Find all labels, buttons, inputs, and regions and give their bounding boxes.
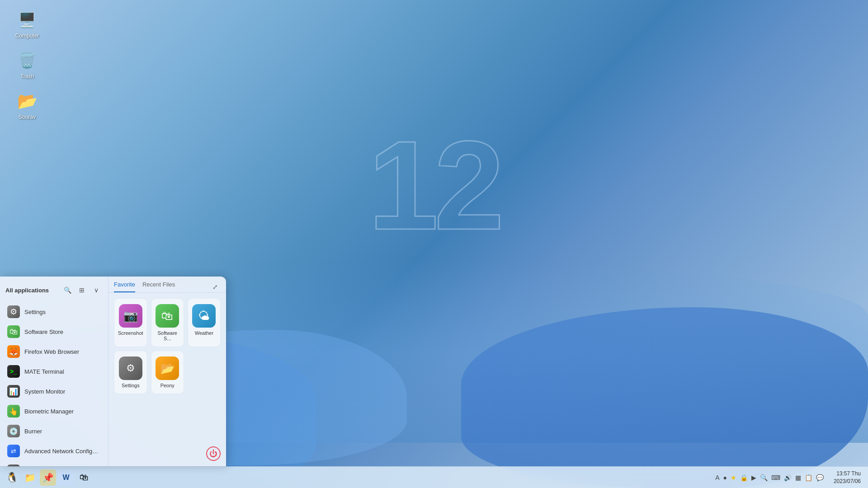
favorites-tab-group: Favorite Recent Files — [114, 281, 175, 292]
taskbar-writer-button[interactable]: W — [58, 469, 74, 486]
taskbar-left: 🐧 📁 📌 W 🛍 — [4, 469, 92, 486]
terminal-icon: >_ — [7, 365, 20, 378]
taskbar-star-icon[interactable]: ★ — [731, 474, 736, 481]
network-icon: ⇄ — [7, 445, 20, 457]
app-item-settings[interactable]: ⚙ Settings — [2, 302, 106, 322]
app-item-software-store[interactable]: 🛍 Software Store — [2, 322, 106, 342]
taskbar-files-button[interactable]: 📁 — [22, 469, 38, 486]
taskbar-lock-icon[interactable]: 🔒 — [740, 474, 748, 481]
app-item-terminal[interactable]: >_ MATE Terminal — [2, 361, 106, 381]
burner-icon: 💿 — [7, 425, 20, 437]
grid-button[interactable]: ⊞ — [75, 284, 88, 296]
taskbar-search-icon[interactable]: 🔍 — [760, 474, 768, 481]
taskbar-keyboard-icon[interactable]: ⌨ — [771, 474, 780, 481]
app-item-network[interactable]: ⇄ Advanced Network Configura... — [2, 441, 106, 461]
weather-fav-icon: 🌤 — [192, 304, 216, 328]
trash-icon: 🗑️ — [16, 50, 38, 71]
software-store-fav-icon: 🛍 — [156, 304, 179, 328]
taskbar-sticky-button[interactable]: 📌 — [40, 469, 56, 486]
app-list-header: All applications 🔍 ⊞ ∨ — [0, 280, 108, 300]
expand-button[interactable]: ⤢ — [210, 282, 221, 292]
taskbar-input-icon[interactable]: ● — [723, 474, 726, 481]
app-item-biometric[interactable]: 👆 Biometric Manager — [2, 401, 106, 421]
clock[interactable]: 13:57 Thu 2023/07/06 — [830, 470, 864, 485]
taskbar-grid-icon[interactable]: ▦ — [795, 474, 801, 481]
clock-time: 13:57 Thu — [834, 470, 861, 478]
fav-item-settings[interactable]: ⚙ Settings — [114, 351, 147, 394]
computer-icon: 🖥️ — [16, 9, 38, 31]
app-menu: All applications 🔍 ⊞ ∨ ⚙ Settings 🛍 Soft… — [0, 277, 226, 466]
alarm-icon: ⏰ — [7, 465, 20, 466]
app-item-system-monitor[interactable]: 📊 System Monitor — [2, 381, 106, 401]
computer-label: Computer — [15, 33, 39, 39]
favorites-grid: 📷 Screenshot 🛍 Software S... 🌤 Weather ⚙… — [108, 293, 226, 466]
dropdown-button[interactable]: ∨ — [90, 284, 103, 296]
taskbar: 🐧 📁 📌 W 🛍 A ● ★ 🔒 ▶ 🔍 ⌨ 🔊 ▦ 📋 💬 13:57 T — [0, 466, 868, 488]
app-item-burner[interactable]: 💿 Burner — [2, 421, 106, 441]
biometric-icon: 👆 — [7, 405, 20, 418]
folder-icon: 📂 — [16, 90, 38, 112]
app-item-alarm[interactable]: ⏰ Alarm — [2, 461, 106, 466]
settings-label: Settings — [24, 309, 46, 315]
favorites-panel: Favorite Recent Files ⤢ 📷 Screenshot 🛍 S… — [108, 277, 226, 466]
taskbar-sys-icons: A ● ★ 🔒 ▶ 🔍 ⌨ 🔊 ▦ 📋 💬 — [712, 474, 827, 481]
software-store-fav-label: Software S... — [155, 330, 180, 341]
taskbar-clipboard-icon[interactable]: 📋 — [805, 474, 812, 481]
taskbar-menu-button[interactable]: 🐧 — [4, 469, 20, 486]
power-button[interactable]: ⏻ — [206, 446, 221, 461]
fav-item-weather[interactable]: 🌤 Weather — [188, 298, 221, 347]
peony-fav-icon: 📂 — [156, 357, 179, 380]
system-monitor-label: System Monitor — [24, 388, 65, 395]
tab-recent-files[interactable]: Recent Files — [142, 281, 175, 292]
clock-date: 2023/07/06 — [834, 478, 861, 485]
system-monitor-icon: 📊 — [7, 385, 20, 398]
app-list-panel: All applications 🔍 ⊞ ∨ ⚙ Settings 🛍 Soft… — [0, 277, 108, 466]
desktop-icons: 🖥️ Computer 🗑️ Trash 📂 Sourav — [9, 9, 45, 120]
app-list-controls: 🔍 ⊞ ∨ — [61, 284, 103, 296]
taskbar-store-button[interactable]: 🛍 — [76, 469, 92, 486]
app-item-firefox[interactable]: 🦊 Firefox Web Browser — [2, 342, 106, 361]
biometric-label: Biometric Manager — [24, 408, 74, 415]
sourav-label: Sourav — [19, 114, 36, 120]
terminal-label: MATE Terminal — [24, 368, 64, 375]
desktop: 12 🖥️ Computer 🗑️ Trash 📂 Sourav All app… — [0, 0, 868, 488]
taskbar-volume-icon[interactable]: 🔊 — [784, 474, 792, 481]
desktop-icon-computer[interactable]: 🖥️ Computer — [9, 9, 45, 39]
peony-fav-label: Peony — [160, 383, 175, 388]
favorites-tabs: Favorite Recent Files ⤢ — [108, 277, 226, 293]
fav-item-software-store[interactable]: 🛍 Software S... — [151, 298, 184, 347]
desktop-icon-trash[interactable]: 🗑️ Trash — [9, 50, 45, 80]
taskbar-right: A ● ★ 🔒 ▶ 🔍 ⌨ 🔊 ▦ 📋 💬 13:57 Thu 2023/07/… — [712, 470, 864, 485]
screenshot-fav-icon: 📷 — [119, 304, 142, 328]
taskbar-font-icon: A — [715, 474, 719, 481]
settings-icon: ⚙ — [7, 305, 20, 318]
weather-fav-label: Weather — [195, 330, 213, 336]
settings-fav-label: Settings — [122, 383, 140, 388]
desktop-icon-sourav[interactable]: 📂 Sourav — [9, 90, 45, 120]
trash-label: Trash — [20, 73, 34, 80]
wave-4 — [461, 307, 868, 488]
software-store-icon: 🛍 — [7, 325, 20, 338]
app-list-title: All applications — [5, 287, 49, 294]
software-store-label: Software Store — [24, 328, 63, 335]
firefox-label: Firefox Web Browser — [24, 348, 79, 355]
taskbar-arrow-icon[interactable]: ▶ — [751, 474, 756, 481]
watermark: 12 — [368, 113, 500, 258]
screenshot-fav-label: Screenshot — [118, 330, 143, 336]
fav-item-screenshot[interactable]: 📷 Screenshot — [114, 298, 147, 347]
search-button[interactable]: 🔍 — [61, 284, 74, 296]
fav-item-peony[interactable]: 📂 Peony — [151, 351, 184, 394]
firefox-icon: 🦊 — [7, 345, 20, 358]
settings-fav-icon: ⚙ — [119, 357, 142, 380]
tab-favorite[interactable]: Favorite — [114, 281, 135, 292]
taskbar-chat-icon[interactable]: 💬 — [816, 474, 824, 481]
burner-label: Burner — [24, 428, 42, 435]
network-label: Advanced Network Configura... — [24, 448, 101, 455]
